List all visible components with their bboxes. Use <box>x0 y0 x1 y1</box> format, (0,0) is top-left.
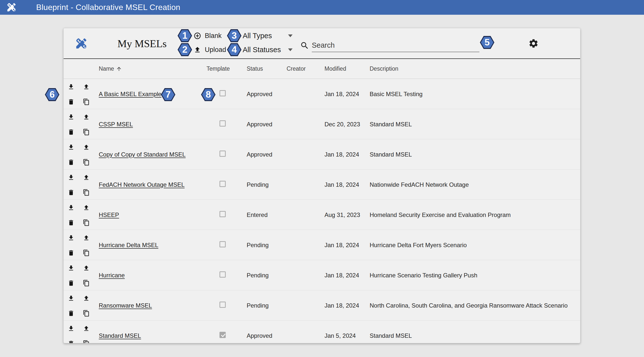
duplicate-button[interactable] <box>81 97 91 107</box>
template-checkbox[interactable] <box>220 332 226 338</box>
template-checkbox[interactable] <box>220 301 226 308</box>
duplicate-button[interactable] <box>81 248 91 258</box>
upload-button[interactable] <box>81 233 91 243</box>
template-checkbox[interactable] <box>220 271 226 278</box>
copy-icon <box>83 159 90 166</box>
delete-button[interactable] <box>66 188 76 198</box>
row-actions <box>64 170 99 200</box>
msel-name-link[interactable]: Ransomware MSEL <box>99 302 152 309</box>
template-checkbox[interactable] <box>220 181 226 187</box>
name-column-header[interactable]: Name <box>99 65 206 72</box>
delete-button[interactable] <box>66 97 76 107</box>
template-checkbox[interactable] <box>220 241 226 247</box>
annotation-badge-4: 4 <box>227 43 242 56</box>
template-checkbox[interactable] <box>220 90 226 96</box>
duplicate-button[interactable] <box>81 218 91 228</box>
upload-msel-button[interactable]: Upload <box>194 44 226 56</box>
toolbar: My MSELs Blank Upload All Types All Stat… <box>64 28 580 59</box>
download-button[interactable] <box>66 233 76 243</box>
duplicate-button[interactable] <box>81 308 91 318</box>
app-bar: Blueprint - Collaborative MSEL Creation <box>0 0 644 15</box>
status-cell: Approved <box>247 332 286 339</box>
msel-name-link[interactable]: A Basic MSEL Example <box>99 91 161 97</box>
status-column-header[interactable]: Status <box>247 65 286 72</box>
delete-button[interactable] <box>66 308 76 318</box>
duplicate-button[interactable] <box>81 127 91 137</box>
duplicate-button[interactable] <box>81 158 91 168</box>
template-checkbox[interactable] <box>220 120 226 127</box>
upload-button[interactable] <box>81 82 91 92</box>
modified-cell: Jan 5, 2024 <box>324 332 370 339</box>
duplicate-button[interactable] <box>81 188 91 198</box>
annotation-badge-8: 8 <box>201 88 216 101</box>
description-cell: North Carolina, South Carolina, and Geor… <box>370 302 580 309</box>
msel-name-link[interactable]: CSSP MSEL <box>99 121 133 128</box>
download-button[interactable] <box>66 294 76 303</box>
creator-column-header[interactable]: Creator <box>286 65 324 72</box>
template-checkbox[interactable] <box>220 151 226 157</box>
upload-icon <box>83 174 90 181</box>
download-icon <box>68 174 74 181</box>
chevron-down-icon <box>288 49 292 51</box>
description-cell: Homeland Security Exercise and Evaluatio… <box>370 211 580 218</box>
download-button[interactable] <box>66 263 76 273</box>
description-cell: Hurricane Delta Fort Myers Scenario <box>370 242 580 249</box>
msel-name-link[interactable]: Hurricane Delta MSEL <box>99 242 158 248</box>
table-row: A Basic MSEL Example Approved Jan 18, 20… <box>64 79 580 109</box>
download-button[interactable] <box>66 173 76 183</box>
delete-button[interactable] <box>66 127 76 137</box>
copy-icon <box>83 219 90 226</box>
settings-button[interactable] <box>527 37 540 50</box>
msel-name-link[interactable]: Standard MSEL <box>99 332 141 339</box>
description-column-header[interactable]: Description <box>370 65 580 72</box>
annotation-badge-5: 5 <box>480 36 494 49</box>
delete-button[interactable] <box>66 339 76 343</box>
delete-button[interactable] <box>66 218 76 228</box>
upload-button[interactable] <box>81 112 91 122</box>
duplicate-button[interactable] <box>81 339 91 343</box>
table-header: Name Template Status Creator Modified De… <box>64 59 580 79</box>
download-button[interactable] <box>66 324 76 334</box>
upload-button[interactable] <box>81 294 91 303</box>
upload-button[interactable] <box>81 203 91 213</box>
download-icon <box>68 144 74 151</box>
upload-button[interactable] <box>81 143 91 153</box>
download-button[interactable] <box>66 112 76 122</box>
delete-button[interactable] <box>66 158 76 168</box>
annotation-badge-1: 1 <box>178 29 192 42</box>
modified-column-header[interactable]: Modified <box>324 65 370 72</box>
blank-msel-button[interactable]: Blank <box>194 30 222 42</box>
download-button[interactable] <box>66 143 76 153</box>
status-filter-value: All Statuses <box>243 46 281 54</box>
type-filter-select[interactable]: All Types <box>243 30 292 41</box>
trash-icon <box>68 98 74 105</box>
template-checkbox[interactable] <box>220 211 226 217</box>
msel-name-link[interactable]: HSEEP <box>99 211 119 218</box>
msel-name-link[interactable]: Hurricane <box>99 272 125 279</box>
duplicate-button[interactable] <box>81 278 91 288</box>
copy-icon <box>83 280 90 287</box>
upload-button[interactable] <box>81 324 91 334</box>
search-input[interactable] <box>312 39 480 52</box>
delete-button[interactable] <box>66 278 76 288</box>
modified-cell: Jan 18, 2024 <box>324 242 370 249</box>
download-icon <box>68 83 74 90</box>
app-logo-icon <box>6 2 17 13</box>
download-button[interactable] <box>66 203 76 213</box>
template-column-header[interactable]: Template <box>206 65 247 72</box>
upload-button[interactable] <box>81 263 91 273</box>
download-button[interactable] <box>66 82 76 92</box>
status-filter-select[interactable]: All Statuses <box>243 44 292 55</box>
msel-name-link[interactable]: FedACH Network Outage MSEL <box>99 181 184 188</box>
download-icon <box>68 265 74 272</box>
status-cell: Pending <box>247 272 286 279</box>
row-actions <box>64 79 99 109</box>
download-icon <box>68 204 74 211</box>
msel-name-link[interactable]: Copy of Copy of Standard MSEL <box>99 151 186 158</box>
sort-ascending-icon <box>116 66 122 72</box>
upload-icon <box>83 144 90 151</box>
delete-button[interactable] <box>66 248 76 258</box>
type-filter-value: All Types <box>243 32 272 40</box>
copy-icon <box>83 129 90 136</box>
upload-button[interactable] <box>81 173 91 183</box>
